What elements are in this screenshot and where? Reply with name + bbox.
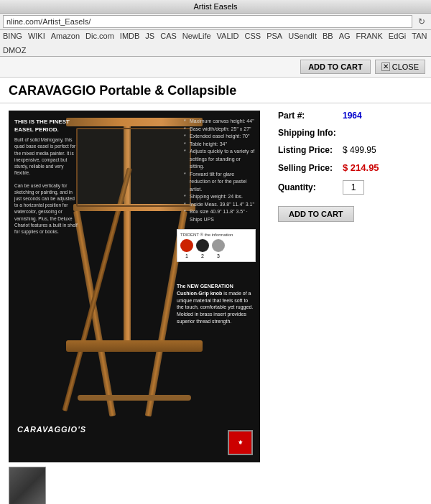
image-specs: Maximum canvas height: 44" Base width/de… <box>184 118 256 223</box>
nav-item-frank[interactable]: FRANK <box>356 32 383 40</box>
nav-item-usendit[interactable]: USendIt <box>288 32 317 40</box>
part-row: Part #: 1964 <box>278 111 422 121</box>
add-to-cart-container: ADD TO CART <box>278 202 422 222</box>
title-bar: Artist Easels <box>0 0 431 14</box>
nav-item-wiki[interactable]: WIKI <box>28 32 45 40</box>
color-options-box: TRIDENT ® the information 1 2 3 <box>177 229 256 262</box>
image-text-left: THIS IS THE FINEST EASEL PERIOD. Built o… <box>14 118 79 235</box>
svg-rect-7 <box>77 129 190 206</box>
refresh-button[interactable]: ↻ <box>415 16 428 27</box>
nav-item-dmoz[interactable]: DMOZ <box>3 46 26 55</box>
color-option-black[interactable] <box>196 239 209 252</box>
trident-logo: ⚜ <box>228 430 253 455</box>
nav-item-psa[interactable]: PSA <box>267 32 282 40</box>
nav-item-tan[interactable]: TAN <box>412 32 427 40</box>
part-value: 1964 <box>343 111 362 121</box>
nav-item-bing[interactable]: BING <box>3 32 22 40</box>
listing-price-row: Listing Price: $ 499.95 <box>278 145 422 155</box>
close-x-icon: ✕ <box>381 62 390 71</box>
browser-bar: ↻ <box>0 14 431 30</box>
nav-item-amazon[interactable]: Amazon <box>51 32 80 40</box>
nav-item-bb[interactable]: BB <box>323 32 333 40</box>
spec-item: Shipping weight: 24 lbs. <box>184 193 256 201</box>
spec-item: Extended easel height: 70" <box>184 133 256 141</box>
nav-item-css[interactable]: CSS <box>245 32 261 40</box>
trident-logo-text: ⚜ <box>238 439 243 446</box>
nav-item-cas[interactable]: CAS <box>160 32 177 40</box>
shipping-label: Shipping Info: <box>278 128 343 138</box>
spec-item: Box size 40.9" 11.8" 3.5" · Ships UPS <box>184 208 256 223</box>
url-bar[interactable] <box>3 15 412 28</box>
spec-item: Base width/depth: 25" x 27" <box>184 126 256 134</box>
new-gen-description: The NEW GENERATION Cushion-Grip knob is … <box>177 283 256 325</box>
spec-item: Adjusts quickly to a variety of settings… <box>184 148 256 171</box>
svg-rect-5 <box>66 118 203 126</box>
caravaggio-label: CARAVAGGIO'S <box>17 425 86 434</box>
thumbnail-row <box>9 467 264 504</box>
main-section: THIS IS THE FINEST EASEL PERIOD. Built o… <box>0 103 431 504</box>
close-label: CLOSE <box>392 62 419 71</box>
product-info-panel: Part #: 1964 Shipping Info: Listing Pric… <box>278 111 422 504</box>
color-label-1: 1 <box>180 253 193 258</box>
nav-item-imdb[interactable]: IMDB <box>120 32 140 40</box>
selling-price-value: $ 214.95 <box>343 162 379 173</box>
top-action-bar: ADD TO CART ✕ CLOSE <box>0 57 431 78</box>
new-gen-title: The NEW GENERATION Cushion-Grip knob <box>177 284 233 296</box>
nav-item-dic[interactable]: Dic.com <box>85 32 114 40</box>
color-label-3: 3 <box>212 253 225 258</box>
add-to-cart-button[interactable]: ADD TO CART <box>278 206 354 222</box>
product-description: Built of solid Mahogany, this quad base … <box>14 136 79 234</box>
selling-price-row: Selling Price: $ 214.95 <box>278 162 422 173</box>
page-title: CARAVAGGIO Portable & Collapsible <box>0 78 431 103</box>
nav-item-ag[interactable]: AG <box>339 32 351 40</box>
title-bar-label: Artist Easels <box>193 2 237 11</box>
spec-item: Forward tilt for glare reduction or for … <box>184 171 256 194</box>
color-label-2: 2 <box>196 253 209 258</box>
color-option-red[interactable] <box>180 239 193 252</box>
top-add-to-cart-button[interactable]: ADD TO CART <box>300 60 371 74</box>
listing-price-value: $ 499.95 <box>343 145 376 155</box>
page-content: CARAVAGGIO Portable & Collapsible <box>0 78 431 504</box>
color-options-title: TRIDENT ® the information <box>180 233 252 237</box>
product-thumbnail[interactable] <box>9 467 46 504</box>
spec-item: Table height: 34" <box>184 141 256 149</box>
quantity-label: Quantity: <box>278 182 343 192</box>
spec-item: Maximum canvas height: 44" <box>184 118 256 126</box>
thumbnail-image <box>9 467 45 504</box>
quantity-row: Quantity: <box>278 180 422 195</box>
nav-item-newlife[interactable]: NewLife <box>182 32 211 40</box>
svg-rect-4 <box>66 340 203 352</box>
quantity-input[interactable] <box>343 180 364 195</box>
color-option-gray[interactable] <box>212 239 225 252</box>
top-close-button[interactable]: ✕ CLOSE <box>375 60 425 74</box>
nav-item-edgi[interactable]: EdGi <box>389 32 406 40</box>
color-circles: 1 2 3 <box>180 239 252 258</box>
listing-price-label: Listing Price: <box>278 145 343 155</box>
finest-label: THIS IS THE FINEST EASEL PERIOD. <box>14 118 79 134</box>
nav-item-valid[interactable]: VALID <box>217 32 239 40</box>
part-label: Part #: <box>278 111 343 121</box>
shipping-row: Shipping Info: <box>278 128 422 138</box>
nav-bar: BING WIKI Amazon Dic.com IMDB JS CAS New… <box>0 30 431 57</box>
selling-price-label: Selling Price: <box>278 163 343 173</box>
nav-item-js[interactable]: JS <box>145 32 154 40</box>
main-product-image[interactable]: THIS IS THE FINEST EASEL PERIOD. Built o… <box>9 111 260 462</box>
product-image-area: THIS IS THE FINEST EASEL PERIOD. Built o… <box>9 111 264 504</box>
spec-item: Inside Meas. 39.8" 11.4" 3.1" <box>184 201 256 209</box>
